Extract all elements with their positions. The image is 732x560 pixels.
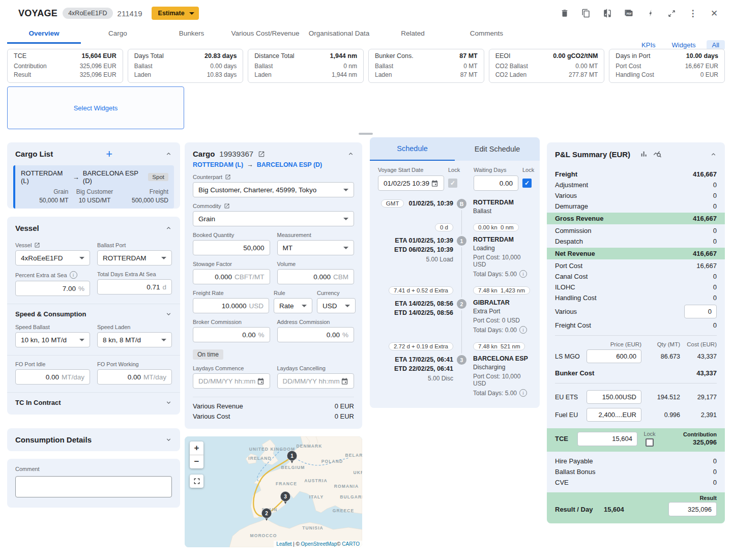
zoom-out-button[interactable]: − — [190, 455, 203, 468]
tab-various-cost-revenue[interactable]: Various Cost/Revenue — [228, 25, 302, 44]
copy-button[interactable] — [580, 8, 592, 19]
percent-extra-label: Percent Extra at Sea — [15, 272, 67, 278]
external-link-icon[interactable] — [225, 174, 231, 180]
map-label: DENMARK — [296, 444, 322, 449]
waiting-days-input[interactable]: 0.00 — [474, 175, 518, 191]
collapse-button[interactable] — [165, 151, 172, 157]
add-cargo-button[interactable]: + — [106, 150, 112, 158]
close-button[interactable]: ✕ — [709, 8, 720, 19]
osm-link[interactable]: OpenStreetMap — [301, 541, 337, 547]
waiting-days-lock-checkbox[interactable]: ✓ — [522, 179, 532, 188]
broker-commission-input[interactable]: 0.00% — [193, 327, 270, 342]
expand-section-button[interactable] — [165, 436, 172, 443]
ballast-port-select[interactable]: ROTTERDAM — [97, 250, 172, 266]
freight-rate-input[interactable]: 10.0000USD — [193, 298, 269, 313]
map-label: UKR. — [353, 470, 362, 475]
stowage-factor-input[interactable]: 0.000CBFT/MT — [193, 269, 270, 284]
external-link-icon[interactable] — [224, 203, 230, 209]
cargo-list-item[interactable]: ROTTERDAM (L) → BARCELONA ESP (D) Spot G… — [13, 165, 174, 209]
booked-quantity-input[interactable]: 50,000 — [193, 240, 270, 255]
pnl-title: P&L Summary (EUR) — [555, 150, 630, 159]
select-widgets-button[interactable]: Select Widgets — [7, 86, 184, 129]
calendar-icon[interactable] — [341, 377, 348, 385]
laydays-cancelling-input[interactable]: DD/MM/YY hh:mm — [277, 373, 355, 389]
kpi-sub-value: 87 MT — [460, 71, 478, 79]
trend-analysis-icon[interactable] — [653, 150, 662, 159]
result-input[interactable]: 325,096 — [668, 502, 717, 516]
counterpart-select[interactable]: Big Customer, Charterer, 45999, Tokyo — [193, 182, 354, 197]
calendar-icon[interactable] — [431, 180, 438, 187]
tce-input[interactable]: 15,604 — [577, 432, 637, 446]
route-map[interactable]: UNITED KINGDOM IRELAND DENMARK BELGIUM P… — [185, 436, 362, 547]
fuel-eu-price-input[interactable]: 2,400....EUR — [587, 408, 641, 422]
total-days-extra-input[interactable]: 0.71d — [97, 279, 172, 294]
measurement-select[interactable]: MT — [277, 240, 355, 255]
speed-laden-select[interactable]: 8 kn, 8 MT/d — [97, 332, 172, 347]
tce-lock-checkbox[interactable] — [646, 438, 654, 447]
carto-link[interactable]: CARTO — [342, 541, 360, 547]
address-commission-input[interactable]: 0.00% — [277, 327, 355, 342]
map-label: GREECE — [333, 508, 355, 513]
route-to-link[interactable]: BARCELONA ESP (D) — [257, 161, 322, 168]
svg-text:3: 3 — [284, 494, 287, 499]
more-menu-button[interactable]: ⋮ — [687, 8, 698, 19]
fo-port-working-input[interactable]: 0.00MT/day — [97, 369, 172, 385]
vessel-select[interactable]: 4xRoEeE1FD — [15, 250, 90, 266]
result-block: Result Result / Day 15,604 325,096 — [547, 492, 725, 523]
external-link-icon[interactable] — [34, 242, 40, 248]
calendar-icon[interactable] — [257, 377, 265, 385]
collapse-button[interactable] — [710, 151, 717, 158]
fuel-label: LS MGO — [555, 353, 587, 360]
info-icon[interactable]: i — [519, 389, 527, 397]
commodity-select[interactable]: Grain — [193, 211, 354, 226]
tab-overview[interactable]: Overview — [7, 25, 81, 44]
leaflet-link[interactable]: Leaflet — [276, 541, 291, 547]
info-icon[interactable]: i — [519, 270, 527, 278]
various-label: Various — [555, 308, 577, 315]
expand-section-button[interactable] — [165, 311, 172, 317]
map-fullscreen-button[interactable] — [190, 475, 203, 488]
eu-ets-price-input[interactable]: 150.00USD — [587, 390, 641, 404]
freight-label: Freight — [121, 188, 168, 195]
comment-input[interactable] — [15, 476, 172, 497]
info-icon[interactable]: i — [70, 271, 77, 279]
collapse-button[interactable] — [165, 225, 172, 231]
quick-actions-button[interactable] — [645, 8, 656, 19]
tab-cargo[interactable]: Cargo — [81, 25, 155, 44]
speed-ballast-select[interactable]: 10 kn, 10 MT/d — [15, 332, 90, 347]
rule-select[interactable]: Rate — [274, 298, 312, 313]
external-link-icon[interactable] — [258, 151, 265, 158]
various-input[interactable]: 0 — [684, 305, 717, 318]
delete-button[interactable] — [559, 8, 570, 19]
tab-bunkers[interactable]: Bunkers — [155, 25, 228, 44]
percent-extra-input[interactable]: 7.00% — [15, 281, 90, 296]
cargo-panel: Cargo 19939367 ROTTERDAM (L) → BARCELONA… — [185, 142, 362, 429]
bar-chart-icon[interactable] — [640, 150, 648, 158]
kpi-card-days-in-port: Days in Port10.00 days Port Cost16,667 E… — [609, 49, 725, 83]
port-days: 5.00 Disc — [378, 375, 453, 382]
laydays-commence-input[interactable]: DD/MM/YY hh:mm — [193, 373, 270, 389]
tab-schedule[interactable]: Schedule — [370, 137, 455, 161]
expand-section-button[interactable] — [165, 399, 172, 406]
tab-related[interactable]: Related — [376, 25, 450, 44]
resize-handle[interactable] — [359, 133, 373, 135]
fo-port-idle-input[interactable]: 0.00MT/day — [15, 369, 90, 385]
route-from-link[interactable]: ROTTERDAM (L) — [193, 161, 243, 168]
tab-organisational-data[interactable]: Organisational Data — [302, 25, 376, 44]
compare-button[interactable] — [602, 8, 613, 19]
voyage-start-input[interactable]: 01/02/25 10:39 — [378, 175, 444, 191]
export-pdf-button[interactable]: PDF — [623, 8, 634, 19]
tab-edit-schedule[interactable]: Edit Schedule — [455, 137, 540, 161]
tab-comments[interactable]: Comments — [450, 25, 523, 44]
voyage-start-lock-checkbox[interactable]: ✓ — [448, 179, 457, 188]
timezone-pill[interactable]: GMT — [381, 199, 404, 208]
currency-select[interactable]: USD — [317, 298, 356, 313]
expand-button[interactable] — [666, 8, 677, 19]
ls-mgo-price-input[interactable]: 600.00 — [587, 349, 641, 363]
info-icon[interactable]: i — [519, 326, 527, 334]
booked-quantity-value: 50,000 — [243, 244, 264, 252]
volume-input[interactable]: 0.000CBM — [277, 269, 355, 284]
zoom-in-button[interactable]: + — [190, 441, 203, 455]
collapse-button[interactable] — [347, 151, 354, 157]
estimate-button[interactable]: Estimate — [152, 7, 199, 20]
